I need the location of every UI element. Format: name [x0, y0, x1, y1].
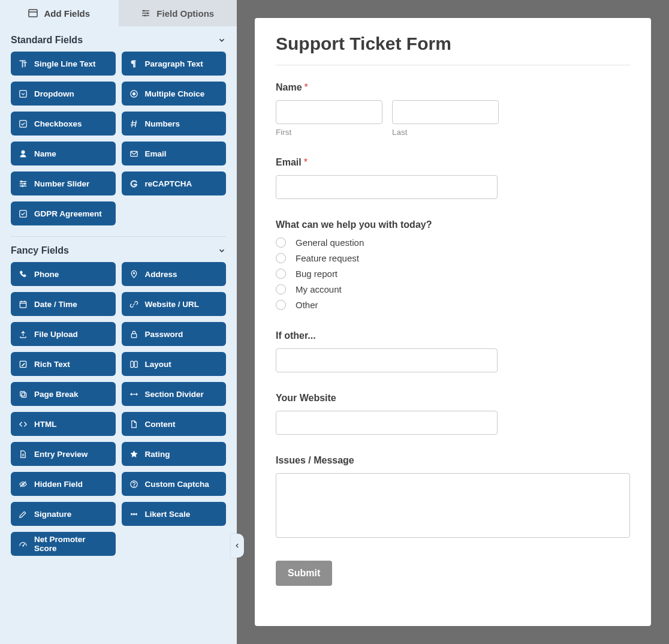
field-type-label: Numbers	[145, 119, 180, 128]
field-type-label: Website / URL	[145, 300, 200, 309]
field-type-label: Number Slider	[34, 179, 89, 188]
radio-label: Bug report	[296, 269, 337, 279]
field-message[interactable]: Issues / Message	[276, 455, 630, 540]
label-text: Email	[276, 157, 302, 167]
radio-label: General question	[296, 237, 364, 248]
field-type-address[interactable]: Address	[122, 262, 227, 286]
star-icon	[129, 450, 138, 459]
website-input[interactable]	[276, 411, 498, 435]
field-type-password[interactable]: Password	[122, 322, 227, 346]
field-type-label: Section Divider	[145, 390, 204, 399]
chevron-down-icon	[218, 246, 226, 255]
field-other[interactable]: If other...	[276, 330, 630, 372]
field-type-website-url[interactable]: Website / URL	[122, 292, 227, 316]
arrows-h-icon	[129, 390, 138, 399]
upload-icon	[19, 330, 28, 339]
radio-option-other[interactable]: Other	[276, 300, 630, 310]
code-icon	[19, 420, 28, 429]
field-type-label: Net Promoter Score	[34, 535, 108, 553]
check-square-icon	[19, 119, 28, 128]
section-standard-fields[interactable]: Standard Fields	[0, 26, 237, 52]
field-type-rating[interactable]: Rating	[122, 442, 227, 466]
last-name-input[interactable]	[392, 100, 499, 124]
radio-option-general-question[interactable]: General question	[276, 237, 630, 248]
field-type-numbers[interactable]: Numbers	[122, 112, 227, 136]
field-type-email[interactable]: Email	[122, 142, 227, 165]
field-type-single-line-text[interactable]: Single Line Text	[11, 52, 116, 76]
chevron-down-icon	[218, 36, 226, 44]
field-website[interactable]: Your Website	[276, 393, 630, 435]
form-title: Support Ticket Form	[276, 34, 630, 54]
label-text: Name	[276, 82, 302, 92]
file-icon	[129, 420, 138, 429]
field-email[interactable]: Email*	[276, 157, 630, 199]
field-type-entry-preview[interactable]: Entry Preview	[11, 442, 116, 466]
edit-square-icon	[19, 360, 28, 369]
required-mark: *	[305, 82, 308, 92]
field-type-signature[interactable]: Signature	[11, 502, 116, 526]
label-message: Issues / Message	[276, 455, 630, 466]
field-type-label: Likert Scale	[145, 510, 191, 519]
field-type-rich-text[interactable]: Rich Text	[11, 352, 116, 376]
label-help: What can we help you with today?	[276, 219, 630, 230]
field-type-label: Hidden Field	[34, 480, 83, 489]
field-type-number-slider[interactable]: Number Slider	[11, 171, 116, 195]
field-type-multiple-choice[interactable]: Multiple Choice	[122, 82, 227, 106]
field-type-dropdown[interactable]: Dropdown	[11, 82, 116, 106]
section-title: Fancy Fields	[11, 245, 69, 256]
field-type-html[interactable]: HTML	[11, 412, 116, 436]
field-type-custom-captcha[interactable]: Custom Captcha	[122, 472, 227, 496]
tab-add-fields[interactable]: Add Fields	[0, 0, 119, 26]
link-icon	[129, 300, 138, 309]
tab-label: Field Options	[156, 8, 214, 19]
field-type-file-upload[interactable]: File Upload	[11, 322, 116, 346]
field-type-net-promoter-score[interactable]: Net Promoter Score	[11, 532, 116, 556]
field-type-gdpr-agreement[interactable]: GDPR Agreement	[11, 201, 116, 225]
check-square-icon	[19, 209, 28, 218]
field-type-label: Password	[145, 330, 183, 339]
field-type-hidden-field[interactable]: Hidden Field	[11, 472, 116, 496]
field-type-label: Custom Captcha	[145, 480, 209, 489]
sublabel-last: Last	[392, 128, 499, 137]
divider	[276, 65, 630, 65]
field-type-recaptcha[interactable]: reCAPTCHA	[122, 171, 227, 195]
label-other: If other...	[276, 330, 630, 341]
radio-option-bug-report[interactable]: Bug report	[276, 269, 630, 279]
envelope-icon	[129, 149, 138, 158]
field-type-content[interactable]: Content	[122, 412, 227, 436]
field-type-label: Content	[145, 420, 176, 429]
field-type-section-divider[interactable]: Section Divider	[122, 382, 227, 406]
standard-field-grid: Single Line TextParagraph TextDropdownMu…	[0, 52, 237, 236]
field-type-name[interactable]: Name	[11, 142, 116, 165]
tab-label: Add Fields	[44, 8, 90, 19]
radio-dot-icon	[129, 89, 138, 98]
dots-icon	[129, 510, 138, 519]
field-type-date-time[interactable]: Date / Time	[11, 292, 116, 316]
field-type-paragraph-text[interactable]: Paragraph Text	[122, 52, 227, 76]
submit-button[interactable]: Submit	[276, 561, 332, 586]
first-name-input[interactable]	[276, 100, 382, 124]
field-type-likert-scale[interactable]: Likert Scale	[122, 502, 227, 526]
field-type-phone[interactable]: Phone	[11, 262, 116, 286]
radio-option-feature-request[interactable]: Feature request	[276, 253, 630, 263]
tab-field-options[interactable]: Field Options	[119, 0, 237, 26]
field-type-checkboxes[interactable]: Checkboxes	[11, 112, 116, 136]
message-textarea[interactable]	[276, 473, 630, 538]
section-fancy-fields[interactable]: Fancy Fields	[0, 237, 237, 262]
field-type-layout[interactable]: Layout	[122, 352, 227, 376]
field-type-label: Paragraph Text	[145, 59, 203, 68]
field-type-label: Phone	[34, 270, 59, 279]
field-name[interactable]: Name* First Last	[276, 82, 630, 137]
field-type-label: Rich Text	[34, 360, 70, 369]
file-lines-icon	[19, 450, 28, 459]
radio-circle-icon	[276, 253, 286, 263]
hash-icon	[129, 119, 138, 128]
field-type-page-break[interactable]: Page Break	[11, 382, 116, 406]
field-type-label: Address	[145, 270, 177, 279]
field-help-topic[interactable]: What can we help you with today? General…	[276, 219, 630, 310]
field-type-label: Multiple Choice	[145, 89, 205, 98]
other-input[interactable]	[276, 348, 498, 372]
radio-option-my-account[interactable]: My account	[276, 284, 630, 294]
collapse-sidebar-button[interactable]	[231, 534, 244, 558]
email-input[interactable]	[276, 175, 498, 199]
